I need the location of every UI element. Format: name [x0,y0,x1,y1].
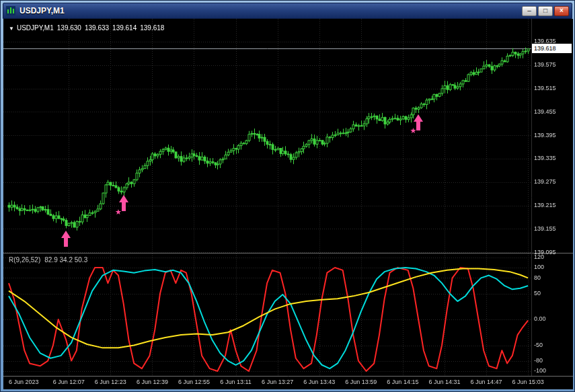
window-title: USDJPY,M1 [20,6,521,15]
chart-client: ▼USDJPY,M1139.630139.633139.614139.618 R… [3,19,573,389]
ohlc-high: 139.633 [85,24,109,32]
symbol-dropdown-icon[interactable]: ▼ [9,26,14,32]
minimize-button[interactable]: – [522,6,537,16]
current-price-box: 139.618 [532,44,572,53]
ohlc-close: 139.618 [140,24,164,32]
titlebar[interactable]: USDJPY,M1 – □ × [3,3,572,19]
indicator-header: R(9,26,52)82.9 34.2 50.3 [9,256,91,264]
restore-button[interactable]: □ [538,6,553,16]
close-button[interactable]: × [554,6,569,16]
chart-canvas[interactable] [3,19,573,389]
chart-window-icon [6,6,15,15]
window-controls: – □ × [521,6,569,16]
ohlc-header: ▼USDJPY,M1139.630139.633139.614139.618 [9,24,167,32]
indicator-name: R(9,26,52) [9,256,40,264]
ohlc-low: 139.614 [112,24,137,32]
chart-window: USDJPY,M1 – □ × ▼USDJPY,M1139.630139.633… [0,0,575,392]
ohlc-symbol: USDJPY,M1 [17,24,54,32]
ohlc-open: 139.630 [57,24,81,32]
indicator-values: 82.9 34.2 50.3 [44,256,87,264]
